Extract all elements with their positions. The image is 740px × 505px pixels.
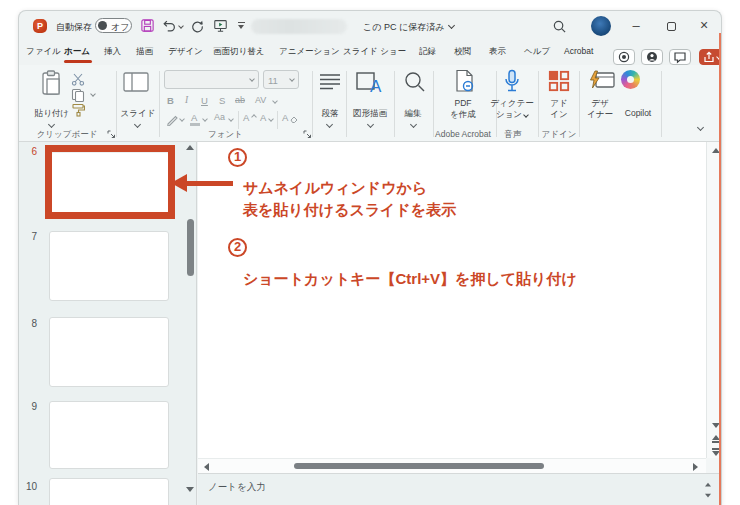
collapse-ribbon-icon[interactable] [697, 124, 704, 131]
autosave-label: 自動保存 [56, 21, 92, 34]
tab-insert[interactable]: 挿入 [104, 41, 121, 65]
strikethrough-button[interactable]: ab [235, 95, 245, 105]
annotation-step1-line2: 表を貼り付けるスライドを表示 [243, 201, 456, 220]
cut-icon[interactable] [71, 73, 85, 86]
case-caret-icon [228, 116, 234, 122]
addins-group-label: アドイン [539, 129, 579, 141]
search-icon[interactable] [552, 19, 567, 34]
powerpoint-window: P 自動保存 オフ この PC に保存済み – × ファイル [18, 10, 722, 505]
scroll-right-icon[interactable] [693, 463, 698, 471]
editing-label: 編集 [401, 108, 425, 119]
minimize-button[interactable]: – [621, 11, 651, 40]
save-status-label[interactable]: この PC に保存済み [363, 21, 444, 34]
shrink-font-button[interactable]: A [260, 112, 266, 123]
slide-thumbnail-8[interactable] [49, 317, 169, 387]
slide-thumbnail-9[interactable] [49, 401, 169, 469]
font-size-combo[interactable]: 11 [263, 70, 299, 89]
qat-customize-icon[interactable] [238, 22, 246, 29]
save-icon[interactable] [140, 18, 155, 33]
clear-formatting-button[interactable]: A [282, 112, 288, 123]
annotation-arrow-line [186, 181, 233, 186]
spacing-caret-icon [272, 98, 278, 104]
user-avatar[interactable] [591, 16, 611, 36]
maximize-button[interactable] [656, 11, 686, 40]
drawing-caret-icon [367, 121, 374, 128]
tab-file[interactable]: ファイル [26, 41, 61, 65]
ribbon: 貼り付け クリップボード スライド 11 [19, 65, 721, 142]
slide-thumbnail-7[interactable] [49, 231, 169, 301]
undo-button[interactable] [162, 18, 177, 33]
annotation-step1-line1: サムネイルウィンドウから [243, 179, 427, 198]
paragraph-label: 段落 [315, 108, 345, 119]
bold-button[interactable]: B [167, 95, 174, 106]
tab-view[interactable]: 表示 [489, 41, 506, 65]
font-color-bar [190, 123, 200, 126]
title-bar: P 自動保存 オフ この PC に保存済み – × [19, 11, 721, 41]
undo-caret-icon[interactable] [178, 23, 184, 29]
notes-collapse-icon[interactable] [705, 494, 711, 498]
thumbnails-scroll-down-icon[interactable] [186, 487, 194, 492]
start-slideshow-icon[interactable] [213, 18, 228, 33]
horizontal-scrollbar-thumb[interactable] [294, 463, 544, 469]
dictate-mic-icon [503, 69, 521, 95]
copy-caret-icon[interactable] [90, 91, 96, 97]
font-size-caret-icon [289, 76, 295, 82]
tab-acrobat[interactable]: Acrobat [564, 41, 593, 65]
autosave-knob [98, 21, 107, 30]
annotation-highlight-rectangle [45, 145, 175, 219]
text-outline-pen-icon[interactable] [166, 113, 179, 126]
paragraph-caret-icon [326, 121, 333, 128]
font-group-label: フォント [208, 129, 242, 141]
active-tab-underline [64, 60, 92, 63]
clipboard-dialog-launcher-icon[interactable] [107, 130, 116, 139]
drawing-icon: A [356, 71, 384, 95]
character-spacing-button[interactable]: AV [255, 95, 266, 105]
font-color-button[interactable]: A [191, 112, 197, 123]
font-dialog-launcher-icon[interactable] [303, 130, 312, 139]
thumbnails-scrollbar-thumb[interactable] [187, 219, 194, 276]
create-pdf-icon [451, 69, 477, 95]
tab-design[interactable]: デザイン [168, 41, 203, 65]
cameo-button[interactable] [641, 49, 663, 65]
font-color-caret-icon [202, 116, 208, 122]
notes-placeholder[interactable]: ノートを入力 [208, 481, 266, 494]
tab-record[interactable]: 記録 [419, 41, 436, 65]
new-slide-label: スライド [118, 108, 158, 119]
scroll-left-icon[interactable] [204, 463, 209, 471]
svg-text:A: A [370, 77, 382, 95]
tab-animations[interactable]: アニメーション [279, 41, 340, 65]
annotation-step1-number: 1 [228, 148, 247, 167]
close-button[interactable]: × [689, 11, 719, 40]
format-painter-icon[interactable] [71, 103, 85, 117]
copy-icon[interactable] [71, 88, 85, 102]
font-name-combo[interactable] [164, 70, 259, 89]
annotation-arrow-icon [171, 174, 187, 192]
horizontal-scrollbar[interactable] [198, 458, 706, 473]
new-slide-icon [123, 72, 149, 92]
record-button[interactable] [613, 49, 635, 65]
slide-number: 9 [19, 401, 37, 412]
tab-slideshow[interactable]: スライド ショー [343, 41, 406, 65]
document-title-redacted [251, 19, 347, 34]
grow-font-button[interactable]: A [243, 112, 249, 123]
change-case-button[interactable]: Aa [214, 112, 225, 122]
underline-button[interactable]: U [201, 95, 208, 106]
create-pdf-label: PDF を作成 [443, 98, 483, 119]
autosave-toggle[interactable]: オフ [95, 18, 132, 33]
tab-help[interactable]: ヘルプ [524, 41, 550, 65]
notes-expand-icon[interactable] [705, 483, 711, 487]
ribbon-tabs: ファイル ホーム 挿入 描画 デザイン 画面切り替え アニメーション スライド … [19, 41, 721, 65]
tab-transitions[interactable]: 画面切り替え [213, 41, 264, 65]
thumbnails-scroll-up-icon[interactable] [186, 145, 194, 150]
grow-caret-icon [251, 114, 257, 120]
redo-button[interactable] [190, 18, 205, 33]
italic-button[interactable]: I [185, 95, 188, 105]
clipboard-group-label: クリップボード [31, 129, 103, 141]
notes-pane[interactable]: ノートを入力 [198, 473, 721, 505]
comments-button[interactable] [669, 49, 691, 65]
tab-draw[interactable]: 描画 [136, 41, 153, 65]
text-shadow-button[interactable]: S [219, 95, 225, 106]
shrink-caret-icon [268, 116, 274, 122]
slide-thumbnail-10[interactable] [49, 478, 169, 505]
tab-review[interactable]: 校閲 [454, 41, 471, 65]
